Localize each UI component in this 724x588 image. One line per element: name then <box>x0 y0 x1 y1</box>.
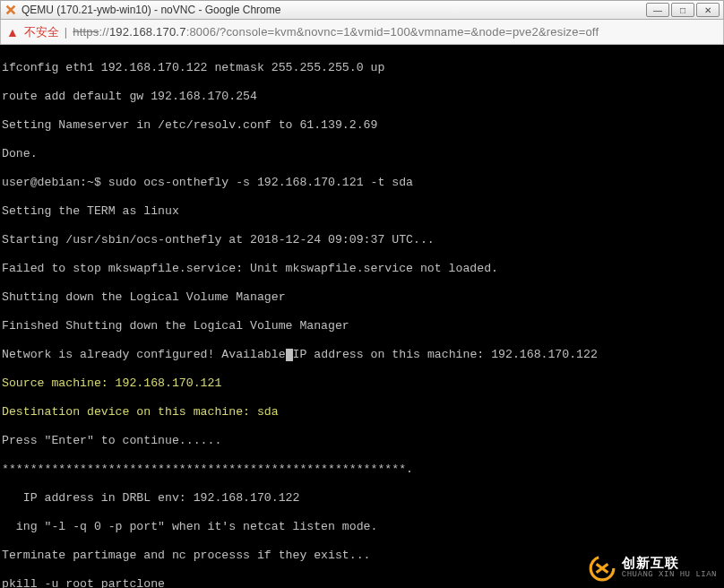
cursor <box>286 349 293 361</box>
app-icon <box>4 4 17 16</box>
term-line: Network is already configured! Available… <box>2 348 722 362</box>
term-line: Finished Shutting down the Logical Volum… <box>2 319 722 333</box>
address-bar[interactable]: ▲ 不安全 | https://192.168.170.7:8006/?cons… <box>0 20 724 45</box>
maximize-button[interactable]: □ <box>671 3 694 17</box>
term-line-highlight: Destination device on this machine: sda <box>2 405 722 419</box>
term-line-highlight: Source machine: 192.168.170.121 <box>2 376 722 391</box>
term-line: pkill -u root partclone <box>2 577 722 588</box>
terminal[interactable]: ifconfig eth1 192.168.170.122 netmask 25… <box>0 45 724 588</box>
term-line: Starting /usr/sbin/ocs-onthefly at 2018-… <box>2 233 722 247</box>
minimize-button[interactable]: — <box>646 3 669 17</box>
term-line: ****************************************… <box>2 463 722 477</box>
url-scheme: https <box>73 25 99 39</box>
term-line: IP address in DRBL env: 192.168.170.122 <box>2 491 722 506</box>
term-line: Terminate partimage and nc processs if t… <box>2 549 722 563</box>
term-line: Setting Nameserver in /etc/resolv.conf t… <box>2 118 722 133</box>
window-controls: — □ ✕ <box>646 3 720 17</box>
term-line: ing "-l -q 0 -p port" when it's netcat l… <box>2 520 722 534</box>
insecure-warning-text: 不安全 <box>24 24 59 40</box>
close-button[interactable]: ✕ <box>696 3 720 17</box>
url-host: 192.168.170.7 <box>109 25 186 39</box>
term-line: user@debian:~$ sudo ocs-onthefly -s 192.… <box>2 176 722 190</box>
separator: | <box>65 25 67 39</box>
term-line: Setting the TERM as linux <box>2 204 722 219</box>
term-line: Done. <box>2 147 722 161</box>
shell-command: sudo ocs-onthefly -s 192.168.170.121 -t … <box>108 176 413 189</box>
term-line: Press "Enter" to continue...... <box>2 434 722 448</box>
url-path: :8006/?console=kvm&novnc=1&vmid=100&vmna… <box>186 25 599 39</box>
window-titlebar: QEMU (170.21-ywb-win10) - noVNC - Google… <box>0 0 724 20</box>
term-line: route add default gw 192.168.170.254 <box>2 90 722 104</box>
term-line: Failed to stop mkswapfile.service: Unit … <box>2 262 722 276</box>
term-line: Shutting down the Logical Volume Manager <box>2 290 722 305</box>
shell-prompt: user@debian:~$ <box>2 176 108 189</box>
term-line: ifconfig eth1 192.168.170.122 netmask 25… <box>2 61 722 75</box>
url-text: https://192.168.170.7:8006/?console=kvm&… <box>73 25 599 39</box>
insecure-warning-icon: ▲ <box>6 25 19 39</box>
window-title: QEMU (170.21-ywb-win10) - noVNC - Google… <box>22 4 646 16</box>
